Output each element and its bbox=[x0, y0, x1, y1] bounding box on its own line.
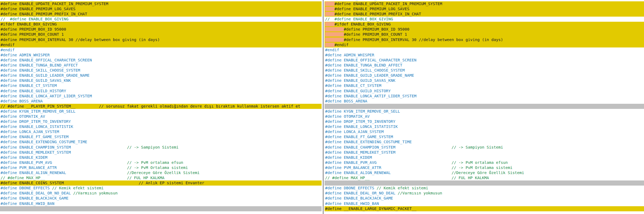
code-line[interactable]: #define ENABLE_TUNGA_BLEND_AFFECT bbox=[0, 63, 322, 68]
code-line[interactable]: #define ENABLE_TUNGA_BLEND_AFFECT bbox=[325, 63, 644, 68]
code-line[interactable]: #define ENABLE_COINS_SYSTEM // Anlık EP … bbox=[0, 180, 322, 186]
pane-divider[interactable] bbox=[322, 0, 325, 214]
code-line[interactable]: #define ENABLE_ALIGN_RENEWAL //Dereceye … bbox=[325, 170, 644, 175]
code-line[interactable]: #define ENABLE_ALIGN_RENEWAL //Dereceye … bbox=[0, 170, 322, 175]
code-line[interactable]: #define ENABLE_PREMIUM_PREFIX_IN_CHAT bbox=[0, 12, 322, 17]
code-line[interactable]: #define ENABLE_GUILD_LEADER_GRADE_NAME bbox=[0, 73, 322, 78]
code-line[interactable]: #define ENABLE_CT_SYSTEM bbox=[325, 83, 644, 88]
code-line[interactable]: #define ENABLE_SKILL_CHOOSE_SYSTEM bbox=[325, 68, 644, 73]
code-line[interactable]: // #define MAX_HP__ // FUL HP KALKMA bbox=[325, 175, 644, 180]
code-line[interactable]: // #define ENABLE_BOX_GIVING bbox=[325, 17, 644, 22]
code-text: #define ENABLE_CT_SYSTEM bbox=[325, 83, 381, 88]
code-line[interactable]: #define KYGN_ITEM_REMOVE_OR_SELL bbox=[325, 109, 644, 114]
deleted-line-placeholder[interactable] bbox=[0, 206, 322, 211]
code-line[interactable]: #define ENABLE_FT_GAME_SYSTEM bbox=[0, 134, 322, 139]
code-line[interactable]: #define PREMIUM_BOX_ID 95000 bbox=[0, 27, 322, 32]
code-line[interactable]: #define PREMIUM_BOX_COUNT 1 bbox=[0, 32, 322, 37]
code-line[interactable]: #define ENABLE_LONCA_AKTIF_LIDER_SYSTEM bbox=[325, 94, 644, 99]
code-line[interactable]: #define BOSS_ARENA bbox=[0, 99, 322, 104]
code-line[interactable]: #endif bbox=[0, 42, 322, 47]
code-line[interactable]: #define PVM_BALANCE_ATTR // -> PvM Ortal… bbox=[325, 165, 644, 170]
diff-text: #ifdef ENABLE_BOX_GIVING bbox=[334, 22, 391, 26]
code-line[interactable]: #endif bbox=[0, 47, 322, 53]
code-line[interactable]: #define ENABLE_GUILD_SAVAS_KNK bbox=[0, 78, 322, 83]
code-line[interactable]: #define PVM_BALANCE_ATTR // -> PvM Ortal… bbox=[0, 165, 322, 170]
code-line[interactable]: #define DBONE_EFFECTS // Kemik efekt sis… bbox=[0, 186, 322, 191]
code-line[interactable]: // #define MAX_HP__ // FUL HP KALKMA bbox=[0, 175, 322, 180]
code-line[interactable]: #define ENABLE_PVM_AVG // -> PvM ortalam… bbox=[0, 160, 322, 165]
code-line[interactable]: #define ENABLE_CHAMPION_SYSTEM // -> Sam… bbox=[0, 145, 322, 150]
code-line[interactable]: #endif bbox=[325, 42, 644, 47]
code-line[interactable]: #define ENABLE_KIDEM bbox=[0, 155, 322, 160]
code-line[interactable]: #define ENABLE_PREMIUM_LOG_SAVES bbox=[0, 6, 322, 12]
code-line[interactable]: #define ENABLE_GUILD_SAVAS_KNK bbox=[325, 78, 644, 83]
code-line[interactable]: // #define ENABLE_BOX_GIVING bbox=[0, 17, 322, 22]
code-line[interactable]: #define ENABLE_EXTENDING_COSTUME_TIME bbox=[325, 139, 644, 145]
code-line[interactable]: #define ENABLE_GUILD_HISTORY bbox=[325, 88, 644, 94]
code-line[interactable]: #define ENABLE_GUILD_HISTORY bbox=[0, 88, 322, 94]
code-line[interactable]: #define ENABLE_UPDATE_PACKET_IN_PREMIUM_… bbox=[325, 1, 644, 6]
code-line[interactable]: #define ENABLE_LONCA_AKTIF_LIDER_SYSTEM bbox=[0, 94, 322, 99]
diff-text: #define ENABLE_COINS_SYSTEM // Anlık EP … bbox=[1, 181, 204, 185]
code-line[interactable]: #define ADMIN_WHISPER bbox=[0, 53, 322, 58]
code-line[interactable]: #define LONCA_AJAN_SYSTEM bbox=[325, 129, 644, 134]
code-line[interactable]: #define DROP_ITEM_TO_INVENTORY bbox=[325, 119, 644, 124]
code-line[interactable]: #define ENABLE_DEAL_OR_NO_DEAL //Varmısı… bbox=[0, 191, 322, 196]
code-line[interactable]: #define PREMIUM_BOX_INTERVAL 30 //delay … bbox=[325, 37, 644, 42]
code-line[interactable]: #define ENABLE_HWID_BAN bbox=[0, 201, 322, 206]
code-line[interactable]: #define ENABLE_GUILD_LEADER_GRADE_NAME bbox=[325, 73, 644, 78]
code-line[interactable]: #define ENABLE_OFFICAL_CHARACTER_SCREEN bbox=[0, 58, 322, 63]
code-text: #define ENABLE_LONCA_ISTATISTIK bbox=[325, 124, 398, 129]
code-line[interactable]: #ifdef ENABLE_BOX_GIVING bbox=[0, 22, 322, 27]
left-file-pane[interactable]: #ifdef ENABLE_PREMIUM_SYSTEM#define ENAB… bbox=[0, 0, 322, 214]
code-line[interactable]: #define ENABLE_SKILL_CHOOSE_SYSTEM bbox=[0, 68, 322, 73]
code-line[interactable]: #define ENABLE_BLACKJACK_GAME bbox=[0, 196, 322, 201]
code-text: #define ENABLE_DEAL_OR_NO_DEAL bbox=[325, 191, 398, 195]
code-line[interactable]: #define ENABLE_MEMLEKET_SYSTEM bbox=[0, 150, 322, 155]
code-line[interactable]: #define ENABLE_UPDATE_PACKET_IN_PREMIUM_… bbox=[0, 1, 322, 6]
code-line[interactable]: #define ENABLE_OFFICAL_CHARACTER_SCREEN bbox=[325, 58, 644, 63]
deleted-line-placeholder[interactable] bbox=[325, 180, 644, 186]
code-line[interactable]: #define OTOMATIK_AV bbox=[325, 114, 644, 119]
code-line[interactable]: #define LONCA_AJAN_SYSTEM bbox=[0, 129, 322, 134]
code-line[interactable]: #define ENABLE_CT_SYSTEM bbox=[0, 83, 322, 88]
whitespace-diff-highlight bbox=[325, 32, 344, 36]
diff-text: #define PREMIUM_BOX_COUNT 1 bbox=[344, 32, 407, 36]
code-line[interactable]: #define ENABLE_HWID_BAN bbox=[325, 201, 644, 206]
code-text: #define ADMIN_WHISPER bbox=[1, 53, 50, 57]
code-line[interactable]: #define KYGN_ITEM_REMOVE_OR_SELL bbox=[0, 109, 322, 114]
code-line[interactable]: #define ENABLE_PREMIUM_PREFIX_IN_CHAT bbox=[325, 12, 644, 17]
diff-text: #endif bbox=[1, 43, 14, 47]
code-line[interactable]: #define ENABLE_FT_GAME_SYSTEM bbox=[325, 134, 644, 139]
code-line[interactable]: #define ENABLE_CHAMPION_SYSTEM // -> Sam… bbox=[325, 145, 644, 150]
code-line[interactable]: #define OTOMATIK_AV bbox=[0, 114, 322, 119]
code-line[interactable]: #define ENABLE_EXTENDING_COSTUME_TIME bbox=[0, 139, 322, 145]
code-text: #define ADMIN_WHISPER bbox=[325, 53, 374, 57]
code-line[interactable]: #define ENABLE_LONCA_ISTATISTIK bbox=[325, 124, 644, 129]
code-text: #define ENABLE_ALIGN_RENEWAL bbox=[1, 171, 66, 175]
code-text: #define ENABLE_ALIGN_RENEWAL bbox=[325, 171, 391, 175]
code-line[interactable]: #define ENABLE_KIDEM bbox=[325, 155, 644, 160]
code-line[interactable]: // #define __PLAYER_PIN_SYSTEM__ // soru… bbox=[0, 104, 322, 109]
code-line[interactable]: #define ENABLE_BLACKJACK_GAME bbox=[325, 196, 644, 201]
code-line[interactable]: #define DROP_ITEM_TO_INVENTORY bbox=[0, 119, 322, 124]
code-text: #define ENABLE_KIDEM bbox=[325, 155, 372, 160]
deleted-line-placeholder[interactable] bbox=[325, 104, 644, 109]
code-line[interactable]: #define ENABLE_PVM_AVG // -> PvM ortalam… bbox=[325, 160, 644, 165]
code-line[interactable]: #define ENABLE_MEMLEKET_SYSTEM bbox=[325, 150, 644, 155]
code-text: #define KYGN_ITEM_REMOVE_OR_SELL bbox=[325, 109, 400, 113]
code-line[interactable]: #define __ENABLE_LARGE_DYNAMIC_PACKET__ bbox=[325, 206, 644, 211]
diff-text: #define ENABLE_PREMIUM_LOG_SAVES bbox=[334, 7, 409, 11]
code-line[interactable]: #define ENABLE_DEAL_OR_NO_DEAL //Varmısı… bbox=[325, 191, 644, 196]
right-file-pane[interactable]: #ifdef ENABLE_PREMIUM_SYSTEM #define ENA… bbox=[325, 0, 644, 214]
code-line[interactable]: #define PREMIUM_BOX_ID 95000 bbox=[325, 27, 644, 32]
code-line[interactable]: #define ENABLE_LONCA_ISTATISTIK bbox=[0, 124, 322, 129]
code-line[interactable]: #define ADMIN_WHISPER bbox=[325, 53, 644, 58]
code-line[interactable]: #define ENABLE_PREMIUM_LOG_SAVES bbox=[325, 6, 644, 12]
code-line[interactable]: #endif bbox=[325, 47, 644, 53]
code-line[interactable]: #ifdef ENABLE_BOX_GIVING bbox=[325, 22, 644, 27]
code-line[interactable]: #define PREMIUM_BOX_INTERVAL 30 //delay … bbox=[0, 37, 322, 42]
code-line[interactable]: #define DBONE_EFFECTS // Kemik efekt sis… bbox=[325, 186, 644, 191]
code-line[interactable]: #define PREMIUM_BOX_COUNT 1 bbox=[325, 32, 644, 37]
code-line[interactable]: #define BOSS_ARENA bbox=[325, 99, 644, 104]
